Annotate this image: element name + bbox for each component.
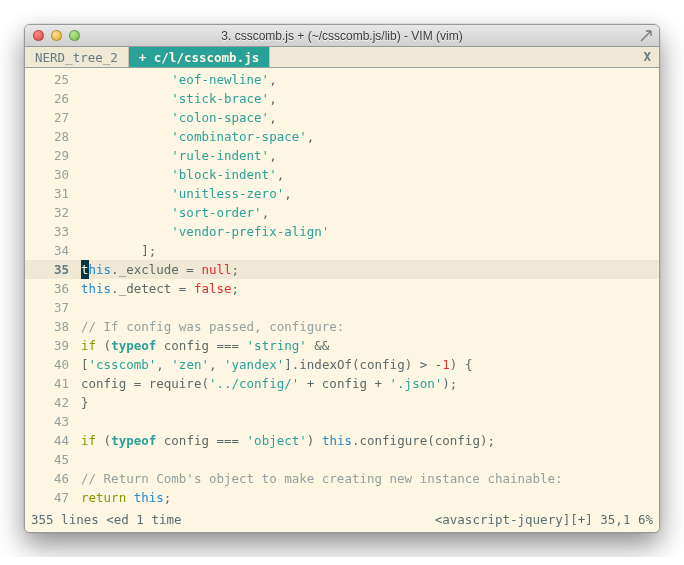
- line-content[interactable]: 'vendor-prefix-align': [81, 222, 659, 241]
- line-number: 28: [25, 127, 81, 146]
- minimize-icon[interactable]: [51, 30, 62, 41]
- line-number: 43: [25, 412, 81, 431]
- line-content[interactable]: ];: [81, 241, 659, 260]
- line-content[interactable]: }: [81, 393, 659, 412]
- line-number: 27: [25, 108, 81, 127]
- line-content[interactable]: 'combinator-space',: [81, 127, 659, 146]
- vim-window: 3. csscomb.js + (~/csscomb.js/lib) - VIM…: [24, 24, 660, 533]
- code-line[interactable]: 43: [25, 412, 659, 431]
- line-content[interactable]: this._detect = false;: [81, 279, 659, 298]
- line-number: 47: [25, 488, 81, 507]
- line-content[interactable]: this._exclude = null;: [81, 260, 659, 279]
- traffic-light-buttons: [25, 30, 80, 41]
- line-content[interactable]: [81, 412, 659, 431]
- status-right: <avascript-jquery][+] 35,1 6%: [435, 510, 653, 529]
- code-line[interactable]: 45: [25, 450, 659, 469]
- line-number: 42: [25, 393, 81, 412]
- line-number: 38: [25, 317, 81, 336]
- line-number: 44: [25, 431, 81, 450]
- code-line[interactable]: 27 'colon-space',: [25, 108, 659, 127]
- line-number: 34: [25, 241, 81, 260]
- status-left: 355 lines <ed 1 time: [31, 510, 182, 529]
- line-number: 33: [25, 222, 81, 241]
- line-number: 32: [25, 203, 81, 222]
- code-line[interactable]: 39if (typeof config === 'string' &&: [25, 336, 659, 355]
- line-number: 39: [25, 336, 81, 355]
- line-number: 37: [25, 298, 81, 317]
- editor-area: NERD_tree_2 + c/l/csscomb.js X 25 'eof-n…: [25, 47, 659, 532]
- line-content[interactable]: config = require('../config/' + config +…: [81, 374, 659, 393]
- close-icon[interactable]: [33, 30, 44, 41]
- code-line[interactable]: 33 'vendor-prefix-align': [25, 222, 659, 241]
- code-line[interactable]: 47return this;: [25, 488, 659, 507]
- line-content[interactable]: 'stick-brace',: [81, 89, 659, 108]
- line-number: 40: [25, 355, 81, 374]
- zoom-icon[interactable]: [69, 30, 80, 41]
- line-content[interactable]: 'block-indent',: [81, 165, 659, 184]
- line-content[interactable]: // Return Comb's object to make creating…: [81, 469, 659, 488]
- code-line[interactable]: 37: [25, 298, 659, 317]
- code-view[interactable]: 25 'eof-newline',26 'stick-brace',27 'co…: [25, 68, 659, 509]
- line-content[interactable]: 'sort-order',: [81, 203, 659, 222]
- code-line[interactable]: 38// If config was passed, configure:: [25, 317, 659, 336]
- line-content[interactable]: if (typeof config === 'object') this.con…: [81, 431, 659, 450]
- window-title: 3. csscomb.js + (~/csscomb.js/lib) - VIM…: [25, 29, 659, 43]
- code-line[interactable]: 26 'stick-brace',: [25, 89, 659, 108]
- code-line[interactable]: 41config = require('../config/' + config…: [25, 374, 659, 393]
- line-number: 31: [25, 184, 81, 203]
- code-line[interactable]: 44if (typeof config === 'object') this.c…: [25, 431, 659, 450]
- line-number: 29: [25, 146, 81, 165]
- line-content[interactable]: ['csscomb', 'zen', 'yandex'].indexOf(con…: [81, 355, 659, 374]
- line-content[interactable]: return this;: [81, 488, 659, 507]
- line-content[interactable]: 'rule-indent',: [81, 146, 659, 165]
- titlebar[interactable]: 3. csscomb.js + (~/csscomb.js/lib) - VIM…: [25, 25, 659, 47]
- line-number: 30: [25, 165, 81, 184]
- code-line[interactable]: 28 'combinator-space',: [25, 127, 659, 146]
- code-line[interactable]: 35this._exclude = null;: [25, 260, 659, 279]
- line-content[interactable]: [81, 450, 659, 469]
- code-line[interactable]: 42}: [25, 393, 659, 412]
- line-content[interactable]: 'eof-newline',: [81, 70, 659, 89]
- buffer-tabbar: NERD_tree_2 + c/l/csscomb.js X: [25, 47, 659, 68]
- line-number: 41: [25, 374, 81, 393]
- resize-icon[interactable]: [639, 29, 653, 43]
- line-number: 26: [25, 89, 81, 108]
- code-line[interactable]: 34 ];: [25, 241, 659, 260]
- line-content[interactable]: [81, 298, 659, 317]
- line-number: 36: [25, 279, 81, 298]
- line-number: 45: [25, 450, 81, 469]
- code-line[interactable]: 32 'sort-order',: [25, 203, 659, 222]
- code-line[interactable]: 31 'unitless-zero',: [25, 184, 659, 203]
- line-content[interactable]: if (typeof config === 'string' &&: [81, 336, 659, 355]
- tab-close-button[interactable]: X: [270, 47, 659, 67]
- line-number: 25: [25, 70, 81, 89]
- line-content[interactable]: 'colon-space',: [81, 108, 659, 127]
- code-line[interactable]: 40['csscomb', 'zen', 'yandex'].indexOf(c…: [25, 355, 659, 374]
- code-line[interactable]: 30 'block-indent',: [25, 165, 659, 184]
- code-line[interactable]: 25 'eof-newline',: [25, 70, 659, 89]
- code-line[interactable]: 29 'rule-indent',: [25, 146, 659, 165]
- line-number: 46: [25, 469, 81, 488]
- tab-current-file[interactable]: + c/l/csscomb.js: [129, 47, 270, 67]
- line-content[interactable]: 'unitless-zero',: [81, 184, 659, 203]
- line-content[interactable]: // If config was passed, configure:: [81, 317, 659, 336]
- line-number: 35: [25, 260, 81, 279]
- code-line[interactable]: 46// Return Comb's object to make creati…: [25, 469, 659, 488]
- status-line: 355 lines <ed 1 time <avascript-jquery][…: [25, 509, 659, 532]
- tab-nerdtree[interactable]: NERD_tree_2: [25, 47, 129, 67]
- code-line[interactable]: 36this._detect = false;: [25, 279, 659, 298]
